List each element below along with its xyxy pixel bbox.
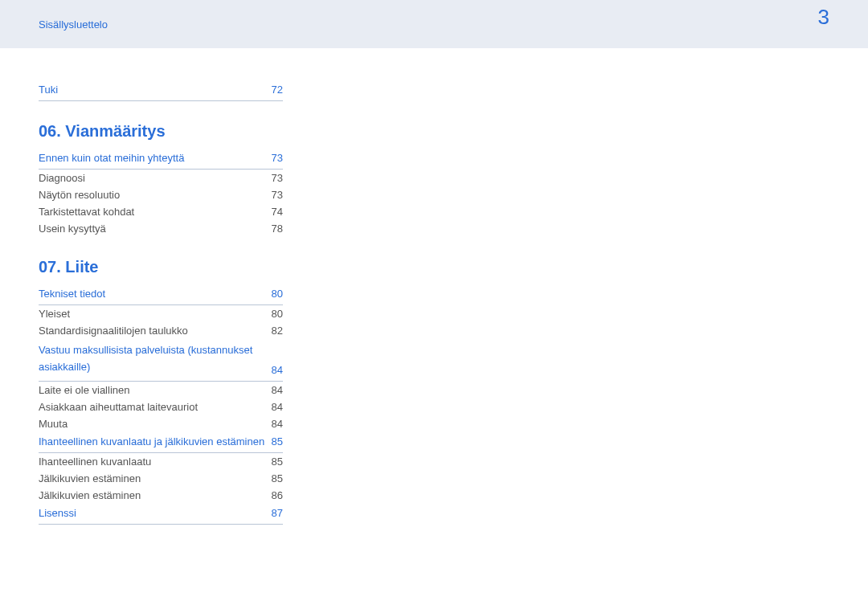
toc-link-lisenssi[interactable]: Lisenssi 87 xyxy=(39,504,283,525)
toc-sub-page: 74 xyxy=(272,206,283,218)
toc-sub-page: 85 xyxy=(272,472,283,484)
toc-link-vastuu[interactable]: Vastuu maksullisista palveluista (kustan… xyxy=(39,339,283,382)
toc-sub-label: Standardisignaalitilojen taulukko xyxy=(39,325,188,337)
toc-sub-row[interactable]: Muuta 84 xyxy=(39,415,283,432)
toc-sub-page: 84 xyxy=(272,401,283,413)
toc-sub-row[interactable]: Yleiset 80 xyxy=(39,305,283,322)
toc-sub-label: Laite ei ole viallinen xyxy=(39,384,129,396)
toc-sub-row[interactable]: Jälkikuvien estäminen 86 xyxy=(39,487,283,504)
toc-link-label: Lisenssi xyxy=(39,507,76,519)
toc-link-label: Ennen kuin otat meihin yhteyttä xyxy=(39,152,184,164)
toc-sub-label: Yleiset xyxy=(39,308,70,320)
toc-link-page: 85 xyxy=(272,435,283,447)
toc-sub-row[interactable]: Tarkistettavat kohdat 74 xyxy=(39,203,283,220)
toc-link-page: 73 xyxy=(272,152,283,164)
toc-sub-row[interactable]: Ihanteellinen kuvanlaatu 85 xyxy=(39,453,283,470)
toc-link-page: 72 xyxy=(272,84,283,96)
toc-sub-label: Ihanteellinen kuvanlaatu xyxy=(39,456,151,468)
toc-sub-label: Jälkikuvien estäminen xyxy=(39,472,141,484)
section-heading-07: 07. Liite xyxy=(39,258,283,276)
toc-sub-page: 82 xyxy=(272,325,283,337)
toc-sub-page: 73 xyxy=(272,189,283,201)
breadcrumb[interactable]: Sisällysluettelo xyxy=(39,18,108,31)
toc-sub-row[interactable]: Laite ei ole viallinen 84 xyxy=(39,382,283,398)
toc-sub-page: 80 xyxy=(272,308,283,320)
toc-sub-page: 86 xyxy=(272,489,283,501)
toc-sub-page: 78 xyxy=(272,223,283,235)
toc-sub-row[interactable]: Usein kysyttyä 78 xyxy=(39,220,283,237)
toc-sub-page: 84 xyxy=(272,384,283,396)
toc-link-tekniset-tiedot[interactable]: Tekniset tiedot 80 xyxy=(39,284,283,305)
toc-sub-label: Tarkistettavat kohdat xyxy=(39,206,134,218)
toc-sub-row[interactable]: Jälkikuvien estäminen 85 xyxy=(39,470,283,487)
section-heading-06: 06. Vianmääritys xyxy=(39,122,283,141)
toc-sub-page: 85 xyxy=(272,456,283,468)
toc-sub-page: 73 xyxy=(272,172,283,184)
page-number: 3 xyxy=(818,5,829,30)
toc-sub-label: Näytön resoluutio xyxy=(39,189,120,201)
toc-link-label: Tekniset tiedot xyxy=(39,288,105,300)
toc-sub-page: 84 xyxy=(272,418,283,430)
toc-link-label: Vastuu maksullisista palveluista (kustan… xyxy=(39,342,272,376)
toc-link-page: 87 xyxy=(272,507,283,519)
header-bar: Sisällysluettelo xyxy=(0,0,868,48)
toc-sub-label: Usein kysyttyä xyxy=(39,223,106,235)
toc-sub-row[interactable]: Asiakkaan aiheuttamat laitevauriot 84 xyxy=(39,398,283,415)
toc-sub-row[interactable]: Diagnoosi 73 xyxy=(39,170,283,186)
toc-sub-label: Asiakkaan aiheuttamat laitevauriot xyxy=(39,401,198,413)
toc-link-label: Tuki xyxy=(39,84,58,96)
toc-sub-label: Muuta xyxy=(39,418,68,430)
toc-sub-row[interactable]: Standardisignaalitilojen taulukko 82 xyxy=(39,322,283,339)
toc-sub-label: Jälkikuvien estäminen xyxy=(39,489,141,501)
toc-sub-label: Diagnoosi xyxy=(39,172,85,184)
toc-link-ihanteellinen[interactable]: Ihanteellinen kuvanlaatu ja jälkikuvien … xyxy=(39,432,283,453)
toc-sub-row[interactable]: Näytön resoluutio 73 xyxy=(39,186,283,203)
toc-link-page: 80 xyxy=(272,288,283,300)
toc-link-tuki[interactable]: Tuki 72 xyxy=(39,80,283,101)
toc-link-label: Ihanteellinen kuvanlaatu ja jälkikuvien … xyxy=(39,435,264,447)
toc-link-page: 84 xyxy=(272,364,283,376)
toc-content: Tuki 72 06. Vianmääritys Ennen kuin otat… xyxy=(0,48,321,557)
toc-link-ennen-kuin[interactable]: Ennen kuin otat meihin yhteyttä 73 xyxy=(39,149,283,170)
